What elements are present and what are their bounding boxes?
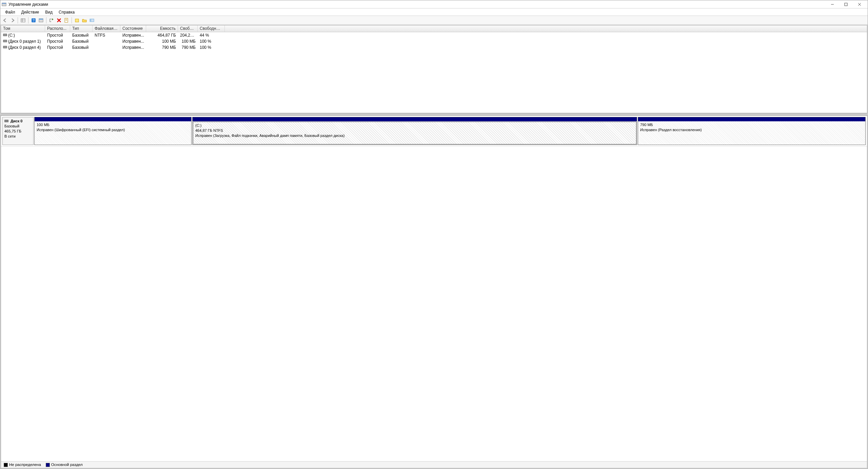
- partition-size: 464,87 ГБ NTFS: [195, 128, 634, 133]
- window-controls: [826, 1, 866, 8]
- partition-box[interactable]: (C:)464,87 ГБ NTFSИсправен (Загрузка, Фа…: [192, 117, 637, 145]
- table-row[interactable]: (Диск 0 раздел 4)ПростойБазовыйИсправен.…: [1, 44, 867, 50]
- disk-management-window: Управление дисками Файл Действие Вид Спр…: [0, 0, 868, 469]
- partition-body: 100 МБИсправен (Шифрованный (EFI) систем…: [35, 121, 191, 145]
- legend-primary-label: Основной раздел: [51, 463, 83, 467]
- partition-box[interactable]: 790 МБИсправен (Раздел восстановления): [638, 117, 866, 145]
- window-title: Управление дисками: [8, 2, 48, 7]
- view-table-button[interactable]: [20, 17, 26, 24]
- titlebar[interactable]: Управление дисками: [0, 0, 868, 8]
- partition-size: 790 МБ: [640, 122, 863, 127]
- separator: [18, 17, 18, 23]
- col-type[interactable]: Тип: [70, 25, 93, 32]
- new-volume-button[interactable]: [74, 17, 80, 24]
- menubar: Файл Действие Вид Справка: [0, 8, 868, 16]
- cell-layout: Простой: [45, 45, 70, 50]
- forward-button[interactable]: [9, 17, 16, 24]
- partition-body: 790 МБИсправен (Раздел восстановления): [638, 121, 865, 145]
- disk-row[interactable]: Диск 0 Базовый 465,75 ГБ В сети 100 МБИс…: [1, 116, 867, 147]
- maximize-button[interactable]: [839, 1, 853, 8]
- volume-list[interactable]: Том Располо... Тип Файловая с... Состоян…: [1, 25, 867, 113]
- col-volume[interactable]: Том: [1, 25, 45, 32]
- table-row[interactable]: (C:)ПростойБазовыйNTFSИсправен...464,87 …: [1, 32, 867, 38]
- volume-icon: [3, 45, 7, 49]
- partition-state: Исправен (Загрузка, Файл подкачки, Авари…: [195, 133, 634, 138]
- cell-freepct: 44 %: [198, 33, 225, 38]
- table-row[interactable]: (Диск 0 раздел 1)ПростойБазовыйИсправен.…: [1, 38, 867, 44]
- app-icon: [2, 2, 6, 7]
- cell-state: Исправен...: [120, 45, 146, 50]
- separator: [28, 17, 28, 23]
- col-capacity[interactable]: Емкость: [146, 25, 178, 32]
- menu-view[interactable]: Вид: [42, 9, 55, 15]
- partition-box[interactable]: 100 МБИсправен (Шифрованный (EFI) систем…: [34, 117, 192, 145]
- cell-type: Базовый: [70, 39, 93, 44]
- volume-list-body: (C:)ПростойБазовыйNTFSИсправен...464,87 …: [1, 32, 867, 113]
- menu-action[interactable]: Действие: [19, 9, 42, 15]
- disk-name-label: Диск 0: [4, 119, 32, 124]
- cell-volume: (C:): [1, 33, 45, 38]
- svg-rect-1: [2, 3, 6, 4]
- svg-rect-6: [21, 19, 25, 22]
- cell-capacity: 790 МБ: [146, 45, 178, 50]
- legend: Не распределена Основной раздел: [1, 461, 867, 468]
- delete-button[interactable]: [56, 17, 62, 24]
- svg-rect-12: [39, 19, 43, 20]
- partitions-container: 100 МБИсправен (Шифрованный (EFI) систем…: [34, 117, 866, 145]
- col-free[interactable]: Свобод...: [178, 25, 198, 32]
- disk-icon: [4, 119, 8, 123]
- disk-type: Базовый: [4, 124, 32, 129]
- partition-header: [35, 117, 191, 121]
- svg-rect-24: [4, 120, 8, 122]
- svg-rect-21: [3, 34, 7, 36]
- col-state[interactable]: Состояние: [120, 25, 146, 32]
- close-button[interactable]: [853, 1, 866, 8]
- svg-rect-3: [845, 3, 847, 6]
- disk-name-text: Диск 0: [11, 119, 22, 124]
- legend-primary: Основной раздел: [46, 463, 83, 467]
- svg-rect-23: [3, 46, 7, 48]
- disk-info[interactable]: Диск 0 Базовый 465,75 ГБ В сети: [2, 117, 34, 145]
- cell-free: 100 МБ: [178, 39, 198, 44]
- col-freepct[interactable]: Свободно %: [198, 25, 225, 32]
- cell-layout: Простой: [45, 39, 70, 44]
- svg-text:?: ?: [33, 19, 35, 22]
- cell-capacity: 464,87 ГБ: [146, 33, 178, 38]
- cell-freepct: 100 %: [198, 45, 225, 50]
- volume-icon: [3, 39, 7, 43]
- partition-title: (C:): [195, 123, 634, 128]
- cell-free: 790 МБ: [178, 45, 198, 50]
- graphical-view-button[interactable]: [88, 17, 95, 24]
- partition-state: Исправен (Шифрованный (EFI) системный ра…: [37, 127, 189, 132]
- menu-file[interactable]: Файл: [2, 9, 18, 15]
- properties-button[interactable]: [63, 17, 70, 24]
- svg-rect-20: [90, 19, 91, 22]
- menu-help[interactable]: Справка: [56, 9, 77, 15]
- legend-unallocated: Не распределена: [4, 463, 41, 467]
- volume-list-header: Том Располо... Тип Файловая с... Состоян…: [1, 25, 867, 32]
- disk-status: В сети: [4, 134, 32, 139]
- view-details-button[interactable]: [38, 17, 44, 24]
- svg-rect-18: [75, 19, 79, 22]
- col-fs[interactable]: Файловая с...: [93, 25, 120, 32]
- svg-rect-22: [3, 40, 7, 42]
- col-layout[interactable]: Располо...: [45, 25, 70, 32]
- cell-type: Базовый: [70, 45, 93, 50]
- toolbar: ?: [0, 16, 868, 25]
- separator: [46, 17, 46, 23]
- cell-state: Исправен...: [120, 33, 146, 38]
- open-folder-button[interactable]: [81, 17, 88, 24]
- legend-unallocated-label: Не распределена: [9, 463, 41, 467]
- help-icon[interactable]: ?: [30, 17, 37, 24]
- cell-state: Исправен...: [120, 39, 146, 44]
- partition-size: 100 МБ: [37, 122, 189, 127]
- refresh-button[interactable]: [48, 17, 55, 24]
- back-button[interactable]: [2, 17, 8, 24]
- cell-fs: NTFS: [93, 33, 120, 38]
- disk-graphic-view[interactable]: Диск 0 Базовый 465,75 ГБ В сети 100 МБИс…: [1, 115, 867, 468]
- minimize-button[interactable]: [826, 1, 839, 8]
- partition-body: (C:)464,87 ГБ NTFSИсправен (Загрузка, Фа…: [193, 122, 636, 144]
- cell-free: 204,29 ГБ: [178, 33, 198, 38]
- cell-layout: Простой: [45, 33, 70, 38]
- partition-header: [638, 117, 865, 121]
